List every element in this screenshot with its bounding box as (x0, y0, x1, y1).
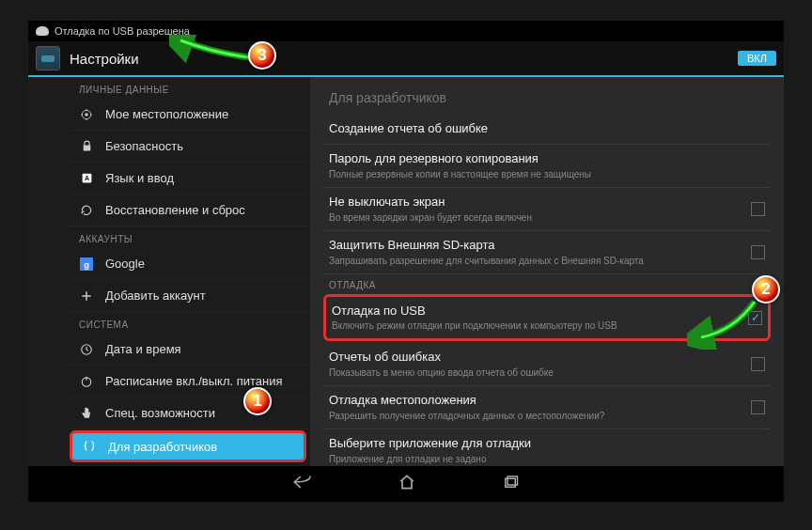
device-screen: Отладка по USB разрешена Настройки ВКЛ Л… (28, 21, 784, 502)
row-subtitle: Приложение для отладки не задано (329, 453, 765, 465)
checkbox[interactable] (751, 245, 765, 259)
sidebar-item-label: Для разработчиков (108, 440, 217, 454)
row-title: Выберите приложение для отладки (329, 436, 765, 452)
sidebar-item-label: Google (105, 257, 145, 271)
row-usb-debugging[interactable]: Отладка по USB Включить режим отладки пр… (323, 294, 771, 342)
hand-icon (79, 406, 94, 421)
checkbox[interactable] (751, 202, 765, 216)
master-switch[interactable]: ВКЛ (738, 51, 776, 66)
status-toast: Отладка по USB разрешена (55, 25, 190, 37)
row-bug-shortcut[interactable]: Отчеты об ошибках Показывать в меню опци… (323, 343, 771, 386)
row-subtitle: Во время зарядки экран будет всегда вклю… (329, 211, 740, 224)
row-title: Отладка по USB (332, 304, 737, 320)
content-area: ЛИЧНЫЕ ДАННЫЕ Мое местоположение Безопас… (28, 77, 784, 466)
row-protect-sd[interactable]: Защитить Внешняя SD-карта Запрашивать ра… (323, 231, 771, 274)
sidebar-item-power-schedule[interactable]: Расписание вкл./выкл. питания (70, 366, 310, 398)
sidebar-item-accessibility[interactable]: Спец. возможности (70, 398, 310, 429)
nav-back-button[interactable] (292, 474, 313, 494)
row-title: Пароль для резервного копирования (329, 151, 765, 167)
nav-recent-button[interactable] (501, 474, 520, 494)
sidebar-item-label: Мое местоположение (105, 107, 228, 121)
nav-bar (28, 466, 784, 502)
sidebar-item-language[interactable]: A Язык и ввод (70, 163, 310, 195)
language-icon: A (79, 171, 94, 186)
sidebar-item-label: Дата и время (105, 342, 181, 356)
google-icon: g (79, 257, 94, 272)
annotation-badge-2: 2 (752, 275, 780, 304)
pane-header: Для разработчиков (323, 77, 771, 115)
row-subtitle: Запрашивать разрешение для считывания да… (329, 255, 740, 267)
annotation-badge-3: 3 (248, 41, 276, 70)
nav-home-button[interactable] (398, 473, 416, 495)
sidebar-item-add-account[interactable]: Добавить аккаунт (70, 280, 310, 312)
row-subtitle: Полные резервные копии в настоящее время… (329, 168, 765, 180)
row-subtitle: Показывать в меню опцию ввода отчета об … (329, 366, 740, 379)
sidebar-item-datetime[interactable]: Дата и время (70, 334, 310, 366)
row-bug-report[interactable]: Создание отчета об ошибке (323, 115, 771, 145)
row-backup-password[interactable]: Пароль для резервного копирования Полные… (323, 145, 771, 188)
row-title: Отладка местоположения (329, 393, 740, 409)
settings-pane: Для разработчиков Создание отчета об оши… (310, 77, 784, 466)
row-subtitle: Разрешить получение отладочных данных о … (329, 410, 740, 422)
row-title: Создание отчета об ошибке (329, 121, 765, 137)
sidebar-item-security[interactable]: Безопасность (70, 131, 310, 163)
row-stay-awake[interactable]: Не выключать экран Во время зарядки экра… (323, 188, 771, 231)
row-title: Не выключать экран (329, 195, 740, 210)
location-icon (79, 107, 94, 122)
sidebar-item-backup[interactable]: Восстановление и сброс (70, 195, 310, 226)
plus-icon (79, 288, 94, 304)
status-bar: Отладка по USB разрешена (28, 21, 784, 41)
braces-icon (82, 439, 97, 454)
checkbox[interactable] (751, 400, 765, 414)
checkbox-checked[interactable]: ✓ (748, 311, 762, 325)
category-personal: ЛИЧНЫЕ ДАННЫЕ (70, 77, 310, 99)
sidebar-item-developer[interactable]: Для разработчиков (70, 430, 306, 462)
svg-text:A: A (84, 175, 88, 181)
lock-icon (79, 139, 94, 154)
row-mock-location[interactable]: Отладка местоположения Разрешить получен… (323, 386, 771, 429)
category-accounts: АККАУНТЫ (70, 226, 310, 248)
page-title: Настройки (70, 51, 139, 67)
title-bar: Настройки ВКЛ (28, 41, 784, 77)
sidebar-item-google[interactable]: g Google (70, 248, 310, 280)
checkbox[interactable] (751, 357, 765, 371)
sidebar-item-label: Безопасность (105, 139, 183, 153)
row-title: Защитить Внешняя SD-карта (329, 238, 740, 254)
backup-icon (79, 203, 94, 218)
clock-icon (79, 342, 94, 357)
row-debug-app[interactable]: Выберите приложение для отладки Приложен… (323, 429, 771, 466)
settings-app-icon (36, 46, 60, 70)
row-title: Отчеты об ошибках (329, 350, 740, 366)
sidebar-item-label: Добавить аккаунт (105, 288, 206, 303)
section-debug: ОТЛАДКА (323, 274, 771, 292)
category-system: СИСТЕМА (70, 312, 310, 334)
sidebar-item-label: Спец. возможности (105, 406, 215, 420)
svg-text:g: g (84, 259, 89, 269)
sidebar-item-label: Расписание вкл./выкл. питания (105, 374, 283, 388)
sidebar-item-label: Восстановление и сброс (105, 203, 245, 217)
annotation-badge-1: 1 (243, 387, 272, 415)
sidebar-item-location[interactable]: Мое местоположение (70, 99, 310, 131)
svg-point-0 (85, 113, 88, 117)
power-icon (79, 374, 94, 389)
cloud-icon (36, 26, 49, 36)
sidebar-item-label: Язык и ввод (105, 171, 174, 185)
row-subtitle: Включить режим отладки при подключении к… (332, 320, 737, 332)
